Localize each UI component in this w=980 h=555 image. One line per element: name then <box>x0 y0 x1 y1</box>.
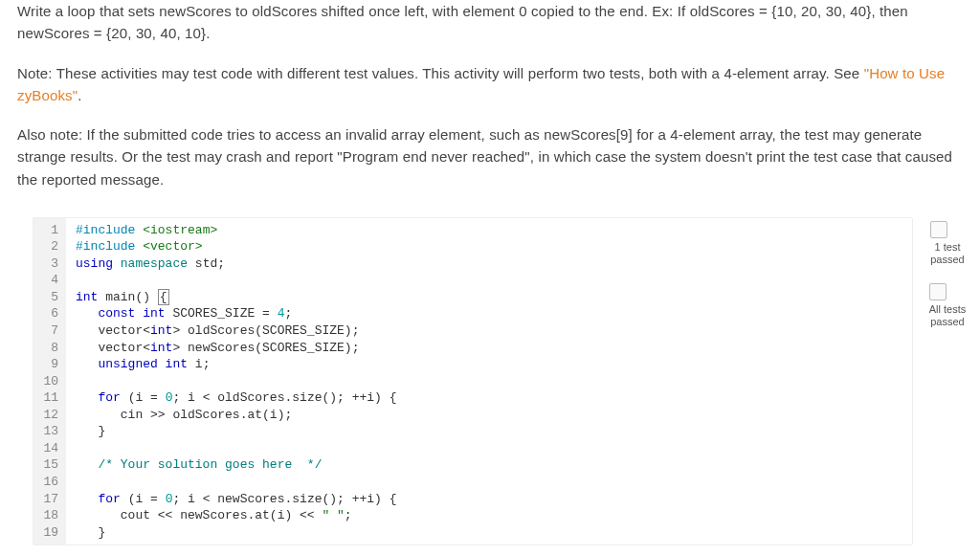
line-number: 6 <box>39 305 58 322</box>
code-line[interactable]: vector<int> newScores(SCORES_SIZE); <box>76 340 397 357</box>
test-status-panel: 1 test passed All tests passed <box>921 217 974 545</box>
code-line[interactable]: unsigned int i; <box>76 356 397 373</box>
line-number: 19 <box>39 524 58 542</box>
note-1: Note: These activities may test code wit… <box>17 62 963 107</box>
test-status-item-2: All tests passed <box>929 283 967 328</box>
code-line[interactable]: const int SCORES_SIZE = 4; <box>76 305 397 322</box>
line-number-gutter: 12345678910111213141516171819 <box>33 218 66 544</box>
code-line[interactable]: /* Your solution goes here */ <box>76 456 397 474</box>
line-number: 5 <box>39 289 58 306</box>
code-line[interactable] <box>76 373 397 390</box>
line-number: 9 <box>39 356 58 373</box>
code-line[interactable]: } <box>76 423 397 440</box>
code-line[interactable]: for (i = 0; i < newScores.size(); ++i) { <box>76 491 397 508</box>
note-1-text: Note: These activities may test code wit… <box>17 65 864 81</box>
line-number: 14 <box>39 440 58 457</box>
line-number: 17 <box>39 491 58 508</box>
code-line[interactable]: for (i = 0; i < oldScores.size(); ++i) { <box>76 389 397 407</box>
test-status-label: All tests passed <box>929 303 967 328</box>
line-number: 1 <box>39 222 58 239</box>
line-number: 8 <box>39 340 58 357</box>
test-status-label: 1 test passed <box>930 241 964 266</box>
problem-statement: Write a loop that sets newScores to oldS… <box>17 0 963 45</box>
line-number: 13 <box>39 423 58 440</box>
code-line[interactable]: using namespace std; <box>76 255 397 273</box>
line-number: 11 <box>39 389 58 407</box>
code-content[interactable]: #include <iostream>#include <vector>usin… <box>66 218 407 544</box>
line-number: 15 <box>39 456 58 474</box>
note-1-suffix: . <box>78 87 81 103</box>
line-number: 10 <box>39 373 58 390</box>
code-line[interactable]: #include <iostream> <box>76 222 397 239</box>
note-2: Also note: If the submitted code tries t… <box>17 123 963 190</box>
workspace-row: 12345678910111213141516171819 #include <… <box>0 217 980 545</box>
code-editor[interactable]: 12345678910111213141516171819 #include <… <box>33 217 913 545</box>
test-status-item-1: 1 test passed <box>930 221 964 266</box>
code-line[interactable]: cin >> oldScores.at(i); <box>76 407 397 424</box>
line-number: 2 <box>39 238 58 255</box>
code-line[interactable]: vector<int> oldScores(SCORES_SIZE); <box>76 322 397 340</box>
code-line[interactable] <box>76 272 397 289</box>
line-number: 4 <box>39 272 58 289</box>
instructions-block: Write a loop that sets newScores to oldS… <box>0 0 980 217</box>
code-line[interactable]: } <box>76 524 397 542</box>
code-line[interactable]: cout << newScores.at(i) << " "; <box>76 507 397 524</box>
line-number: 7 <box>39 322 58 340</box>
code-line[interactable]: int main() { <box>76 289 397 306</box>
checkbox-icon <box>929 283 947 300</box>
checkbox-icon <box>930 221 947 238</box>
line-number: 16 <box>39 474 58 491</box>
code-line[interactable]: #include <vector> <box>76 238 397 255</box>
code-line[interactable] <box>76 474 397 491</box>
line-number: 3 <box>39 255 58 273</box>
line-number: 12 <box>39 407 58 424</box>
code-line[interactable] <box>76 440 397 457</box>
line-number: 18 <box>39 507 58 524</box>
